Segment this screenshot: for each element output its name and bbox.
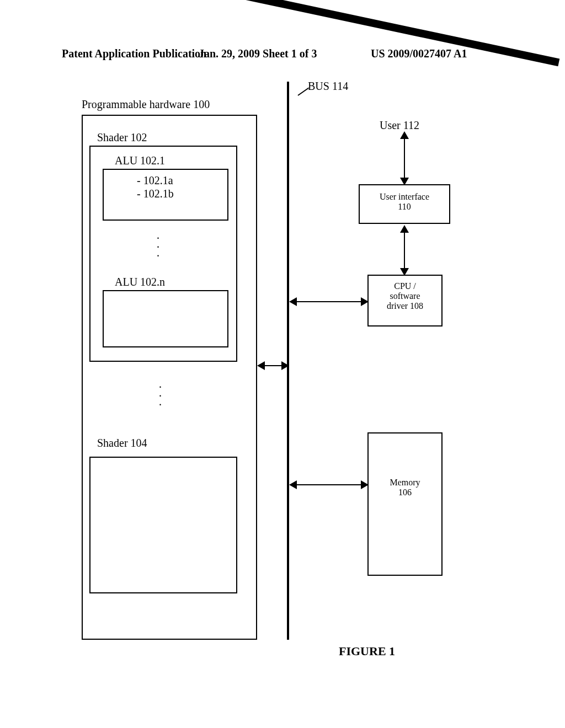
arrow-cpu-bus — [296, 301, 365, 302]
header-title: Patent Application Publication — [62, 47, 206, 60]
arrow-cpu-bus-right — [361, 297, 369, 306]
figure-label: FIGURE 1 — [339, 644, 395, 659]
arrow-cpu-bus-left — [289, 297, 297, 306]
bus-label: BUS 114 — [308, 80, 348, 93]
cpu-line1: CPU / — [369, 281, 441, 291]
patent-figure-page: Patent Application Publication Jan. 29, … — [0, 0, 565, 728]
memory-box: Memory 106 — [367, 432, 443, 576]
cpu-line3: driver 108 — [369, 301, 441, 311]
alu-1021a-label: - 102.1a — [137, 174, 173, 187]
user-interface-box: User interface 110 — [359, 184, 450, 224]
arrow-ui-cpu-down — [400, 268, 409, 276]
mem-line1: Memory — [369, 478, 441, 488]
ui-line2: 110 — [360, 202, 449, 212]
alu-102n-label: ALU 102.n — [115, 276, 165, 288]
alu-102n-box — [103, 290, 228, 347]
shader-102-label: Shader 102 — [97, 131, 147, 144]
cpu-driver-box: CPU / software driver 108 — [367, 275, 443, 326]
cpu-line2: software — [369, 291, 441, 301]
arrow-user-ui-up — [400, 131, 409, 139]
arrow-mem-bus — [296, 484, 365, 485]
prog-hw-label: Programmable hardware 100 — [82, 98, 210, 111]
shader-104-label: Shader 104 — [97, 437, 147, 449]
arrow-ui-cpu — [404, 229, 405, 272]
arrow-hw-bus-right — [281, 361, 289, 370]
ui-line1: User interface — [360, 192, 449, 202]
arrow-hw-bus-left — [257, 361, 265, 370]
arrow-mem-bus-left — [289, 480, 297, 489]
mem-line2: 106 — [369, 488, 441, 497]
ellipsis-shaders: ... — [159, 379, 162, 406]
arrow-mem-bus-right — [361, 480, 369, 489]
arrow-ui-cpu-up — [400, 225, 409, 233]
arrow-user-ui-down — [400, 178, 409, 185]
shader-104-box — [89, 457, 237, 593]
bus-line — [287, 82, 289, 640]
header-date-sheet: Jan. 29, 2009 Sheet 1 of 3 — [199, 47, 317, 60]
arrow-user-ui — [404, 137, 405, 183]
alu-1021-label: ALU 102.1 — [115, 154, 165, 167]
alu-1021b-label: - 102.1b — [137, 188, 174, 200]
header-pubnum: US 2009/0027407 A1 — [371, 47, 467, 60]
ellipsis-alus: ... — [157, 231, 159, 257]
user-label: User 112 — [380, 119, 419, 132]
